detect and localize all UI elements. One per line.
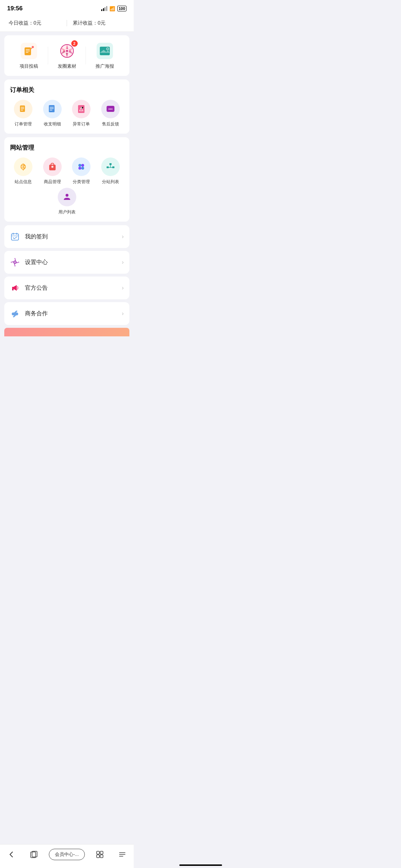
cooperation-item[interactable]: 商务合作 ›: [4, 302, 129, 325]
site-info-label: 站点信息: [15, 179, 32, 185]
time-display: 19:56: [7, 5, 22, 12]
svg-point-57: [18, 262, 19, 263]
user-list-item[interactable]: 用户列表: [10, 188, 124, 215]
total-earnings: 累计收益：0元: [73, 20, 125, 26]
order-manage-icon: [14, 100, 32, 118]
cooperation-label: 商务合作: [25, 310, 117, 317]
earnings-divider: [67, 20, 67, 26]
quick-actions-card: 项目投稿: [4, 35, 129, 76]
settings-chevron: ›: [122, 259, 124, 265]
checkin-chevron: ›: [122, 233, 124, 240]
svg-point-54: [14, 258, 16, 259]
product-manage-label: 商品管理: [44, 179, 61, 185]
income-detail-icon: [43, 100, 62, 118]
after-sale-item[interactable]: 售后反馈: [97, 100, 124, 127]
user-list-icon: [58, 188, 76, 206]
cooperation-icon: [10, 309, 20, 319]
svg-point-47: [66, 194, 68, 197]
abnormal-order-item[interactable]: 异常订单: [68, 100, 95, 127]
order-card: 订单相关 订单管理: [4, 79, 129, 134]
svg-point-6: [32, 46, 34, 48]
svg-point-39: [81, 164, 84, 167]
svg-rect-58: [12, 289, 14, 290]
checkin-icon: [10, 232, 20, 242]
status-icons: 📶 100: [101, 6, 127, 11]
income-detail-label: 收支明细: [44, 121, 61, 127]
moments-icon-wrap: 2: [58, 42, 76, 60]
announcement-icon: [10, 283, 20, 293]
abnormal-order-label: 异常订单: [73, 121, 90, 127]
svg-point-53: [14, 261, 16, 263]
after-sale-label: 售后反馈: [102, 121, 119, 127]
subsite-list-item[interactable]: 分站列表: [97, 157, 124, 185]
today-label: 今日收益：: [9, 20, 34, 26]
svg-point-28: [81, 110, 82, 111]
after-sale-icon: [101, 100, 120, 118]
today-earnings: 今日收益：0元: [9, 20, 61, 26]
svg-rect-1: [25, 47, 31, 55]
site-section-title: 网站管理: [10, 144, 124, 152]
category-manage-label: 分类管理: [73, 179, 90, 185]
checkin-item[interactable]: 我的签到 ›: [4, 225, 129, 248]
partial-banner: [4, 328, 129, 336]
svg-point-41: [81, 167, 84, 170]
action-poster[interactable]: 推广海报: [86, 42, 124, 69]
order-manage-label: 订单管理: [15, 121, 32, 127]
signal-icon: [101, 6, 107, 11]
svg-point-40: [78, 167, 81, 170]
quick-actions-grid: 项目投稿: [10, 42, 124, 69]
wifi-icon: 📶: [109, 6, 115, 11]
earnings-bar: 今日收益：0元 累计收益：0元: [0, 15, 134, 32]
action-project[interactable]: 项目投稿: [10, 42, 48, 69]
subsite-list-label: 分站列表: [102, 179, 119, 185]
poster-label: 推广海报: [96, 63, 114, 69]
order-section-title: 订单相关: [10, 86, 124, 94]
svg-rect-48: [11, 234, 19, 240]
svg-point-15: [107, 48, 109, 50]
total-label: 累计收益：: [73, 20, 98, 26]
project-icon-wrap: [20, 42, 38, 60]
cooperation-chevron: ›: [122, 310, 124, 317]
svg-point-31: [110, 109, 111, 110]
poster-icon-wrap: [96, 42, 114, 60]
abnormal-order-icon: [72, 100, 91, 118]
announcement-item[interactable]: 官方公告 ›: [4, 277, 129, 299]
site-card: 网站管理 站点信息: [4, 137, 129, 222]
svg-point-30: [109, 109, 110, 110]
category-manage-icon: [72, 157, 91, 176]
battery-icon: 100: [117, 6, 127, 11]
moments-label: 发圈素材: [58, 63, 76, 69]
svg-point-11: [66, 50, 68, 52]
product-manage-icon: [43, 157, 62, 176]
order-grid: 订单管理 收支明细: [10, 100, 124, 127]
announcement-chevron: ›: [122, 285, 124, 291]
poster-icon: [97, 43, 113, 59]
project-label: 项目投稿: [20, 63, 38, 69]
svg-point-56: [11, 262, 12, 263]
settings-icon: [10, 257, 20, 267]
svg-point-55: [14, 265, 16, 267]
settings-item[interactable]: 设置中心 ›: [4, 251, 129, 274]
status-bar: 19:56 📶 100: [0, 0, 134, 15]
svg-point-32: [112, 109, 113, 110]
project-icon: [21, 43, 37, 59]
site-info-item[interactable]: 站点信息: [10, 157, 36, 185]
user-list-label: 用户列表: [58, 209, 76, 215]
settings-label: 设置中心: [25, 259, 117, 266]
total-value: 0元: [98, 20, 106, 26]
site-grid: 站点信息 商品管理: [10, 157, 124, 215]
svg-point-37: [51, 166, 53, 168]
moments-badge: 2: [71, 40, 78, 47]
site-info-icon: [14, 157, 32, 176]
svg-rect-42: [109, 163, 112, 165]
action-moments[interactable]: 2 发圈素材: [48, 42, 86, 69]
product-manage-item[interactable]: 商品管理: [39, 157, 66, 185]
announcement-label: 官方公告: [25, 284, 117, 292]
income-detail-item[interactable]: 收支明细: [39, 100, 66, 127]
svg-point-38: [78, 164, 81, 167]
subsite-list-icon: [101, 157, 120, 176]
checkin-label: 我的签到: [25, 233, 117, 241]
today-value: 0元: [34, 20, 41, 26]
order-manage-item[interactable]: 订单管理: [10, 100, 36, 127]
category-manage-item[interactable]: 分类管理: [68, 157, 95, 185]
